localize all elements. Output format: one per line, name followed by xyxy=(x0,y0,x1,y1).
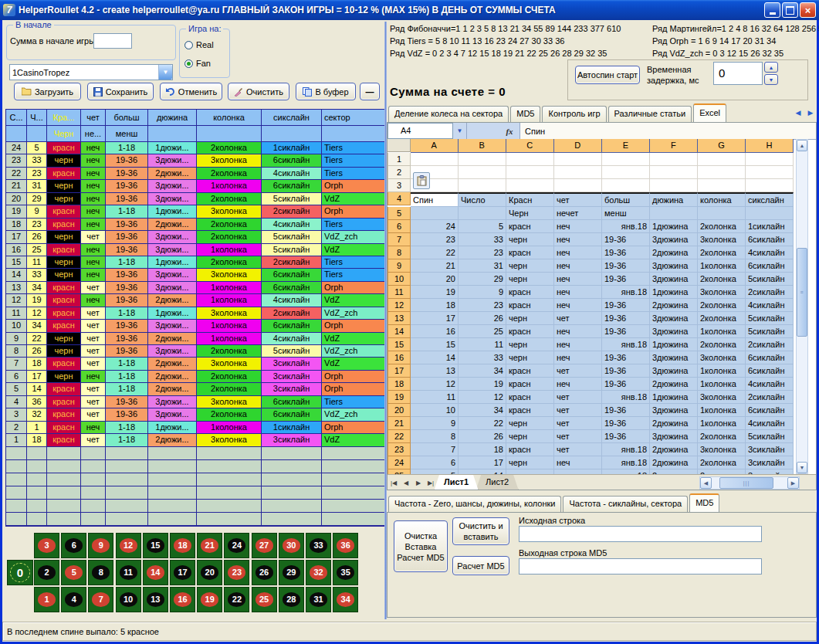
excel-row-header[interactable]: 8 xyxy=(388,246,411,259)
excel-cell[interactable]: 6сиклайн xyxy=(746,404,794,417)
excel-cell[interactable]: 7 xyxy=(411,443,459,456)
excel-cell[interactable] xyxy=(746,179,794,192)
excel-cell[interactable]: красн xyxy=(506,325,554,338)
close-button[interactable]: × xyxy=(800,2,816,18)
save-button[interactable]: Сохранить xyxy=(87,83,154,100)
roulette-number-cell[interactable]: 18 xyxy=(170,533,195,558)
excel-cell[interactable] xyxy=(411,207,459,220)
load-button[interactable]: Загрузить xyxy=(14,83,81,100)
excel-cell[interactable]: 19-36 xyxy=(602,246,650,259)
excel-cell[interactable]: 3дюжина xyxy=(650,404,698,417)
sheet-prev-button[interactable]: ◀ xyxy=(400,475,412,490)
excel-cell[interactable]: черн xyxy=(506,456,554,469)
excel-cell[interactable]: 31 xyxy=(459,259,506,273)
excel-row-header[interactable]: 14 xyxy=(388,325,411,338)
excel-row-header[interactable]: 23 xyxy=(388,443,411,456)
delay-input[interactable]: 0 xyxy=(713,62,763,85)
excel-cell[interactable] xyxy=(650,153,698,166)
excel-row-header[interactable]: 13 xyxy=(388,312,411,325)
excel-cell[interactable]: 1колонка xyxy=(698,364,746,378)
excel-cell[interactable]: чет xyxy=(554,391,602,404)
name-box-dropdown-icon[interactable]: ▼ xyxy=(453,123,467,139)
excel-cell[interactable]: черн xyxy=(506,233,554,246)
excel-cell[interactable]: 11 xyxy=(459,338,506,351)
excel-cell[interactable]: неч xyxy=(554,259,602,273)
excel-cell[interactable]: красн xyxy=(506,299,554,312)
excel-cell[interactable]: 34 xyxy=(459,364,506,378)
roulette-number-cell[interactable]: 14 xyxy=(143,560,168,585)
excel-cell[interactable]: 10 xyxy=(411,404,459,417)
excel-cell[interactable]: 2сиклайн xyxy=(746,286,794,299)
excel-cell[interactable]: янв.18 xyxy=(602,338,650,351)
excel-cell[interactable]: 18 xyxy=(459,443,506,456)
roulette-number-cell[interactable]: 30 xyxy=(279,533,304,558)
excel-cell[interactable]: 22 xyxy=(411,246,459,259)
excel-cell[interactable]: 17 xyxy=(459,456,506,469)
excel-cell[interactable] xyxy=(554,179,602,192)
excel-cell[interactable]: больш xyxy=(602,192,650,207)
roulette-number-cell[interactable]: 12 xyxy=(116,533,141,558)
excel-cell[interactable]: 5сиклайн xyxy=(746,430,794,443)
excel-cell[interactable]: чет xyxy=(554,430,602,443)
roulette-number-cell[interactable]: 9 xyxy=(88,533,113,558)
excel-row-header[interactable]: 21 xyxy=(388,417,411,430)
md5-output-input[interactable] xyxy=(519,558,762,575)
vscroll-thumb[interactable]: ≡ xyxy=(797,248,807,337)
excel-cell[interactable]: 19-36 xyxy=(602,312,650,325)
excel-row-header[interactable]: 15 xyxy=(388,338,411,351)
excel-cell[interactable] xyxy=(602,153,650,166)
excel-cell[interactable]: черн xyxy=(506,259,554,273)
excel-row-header[interactable]: 20 xyxy=(388,404,411,417)
excel-cell[interactable] xyxy=(650,166,698,179)
excel-cell[interactable]: 19-36 xyxy=(602,233,650,246)
roulette-number-cell[interactable]: 24 xyxy=(224,533,249,558)
excel-cell[interactable]: 6сиклайн xyxy=(746,259,794,273)
excel-column-header[interactable]: F xyxy=(650,139,698,153)
excel-cell[interactable]: 2колонка xyxy=(698,299,746,312)
excel-cell[interactable]: черн xyxy=(506,273,554,286)
excel-cell[interactable]: черн xyxy=(506,338,554,351)
roulette-number-cell[interactable]: 28 xyxy=(279,587,304,612)
excel-cell[interactable]: 19-36 xyxy=(602,273,650,286)
excel-cell[interactable]: 1дюжина xyxy=(650,391,698,404)
excel-cell[interactable]: 3дюжина xyxy=(650,430,698,443)
roulette-number-cell[interactable]: 27 xyxy=(252,533,277,558)
excel-cell[interactable]: 20 xyxy=(411,273,459,286)
sheet-next-button[interactable]: ▶ xyxy=(412,475,425,490)
tab-md5[interactable]: MD5 xyxy=(510,106,540,122)
roulette-number-cell[interactable]: 17 xyxy=(170,560,195,585)
excel-cell[interactable]: красн xyxy=(506,404,554,417)
excel-cell[interactable]: 2колонка xyxy=(698,273,746,286)
excel-cell[interactable]: неч xyxy=(554,220,602,233)
minimize-button[interactable] xyxy=(764,2,780,18)
roulette-number-cell[interactable]: 29 xyxy=(279,560,304,585)
excel-column-header[interactable]: D xyxy=(554,139,602,153)
excel-cell[interactable]: 3дюжина xyxy=(650,273,698,286)
roulette-number-cell[interactable]: 33 xyxy=(306,533,331,558)
excel-row-header[interactable]: 4 xyxy=(388,192,411,205)
excel-cell[interactable]: чет xyxy=(554,404,602,417)
excel-cell[interactable] xyxy=(698,179,746,192)
excel-cell[interactable]: 1дюжина xyxy=(650,220,698,233)
excel-cell[interactable]: Число xyxy=(459,192,506,207)
roulette-zero-cell[interactable]: 0 xyxy=(7,560,33,585)
excel-row-header[interactable]: 12 xyxy=(388,299,411,312)
roulette-number-cell[interactable]: 16 xyxy=(170,587,195,612)
excel-cell[interactable] xyxy=(698,153,746,166)
excel-cell[interactable]: 17 xyxy=(411,312,459,325)
roulette-number-cell[interactable]: 20 xyxy=(197,560,222,585)
buffer-button[interactable]: В буфер xyxy=(296,83,356,100)
paste-options-button[interactable] xyxy=(413,172,430,189)
excel-cell[interactable]: 19-36 xyxy=(602,404,650,417)
excel-cell[interactable] xyxy=(746,207,794,220)
hscroll-right-button[interactable]: ▶ xyxy=(787,477,799,489)
excel-cell[interactable]: черн xyxy=(506,351,554,364)
excel-column-header[interactable]: H xyxy=(746,139,794,153)
start-sum-input[interactable] xyxy=(93,33,132,49)
excel-cell[interactable]: 5сиклайн xyxy=(746,312,794,325)
casino-select[interactable]: 1CasinoTropez ▼ xyxy=(9,64,173,80)
excel-cell[interactable]: нечет xyxy=(554,207,602,220)
excel-cell[interactable]: неч xyxy=(554,233,602,246)
roulette-number-cell[interactable]: 1 xyxy=(34,587,59,612)
excel-cell[interactable]: 2дюжина xyxy=(650,378,698,391)
